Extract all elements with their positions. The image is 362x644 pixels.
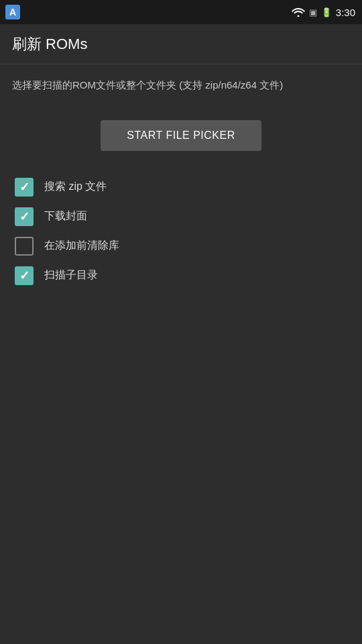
app-bar: 刷新 ROMs (0, 24, 362, 64)
checkmark-download-cover: ✓ (19, 211, 29, 223)
status-time: 3:30 (336, 7, 355, 18)
main-content: 选择要扫描的ROM文件或整个文件夹 (支持 zip/n64/z64 文件) ST… (0, 64, 362, 299)
checkbox-clear-before-add[interactable]: 在添加前清除库 (15, 237, 347, 256)
svg-point-0 (297, 15, 299, 17)
app-title: 刷新 ROMs (12, 34, 87, 54)
checkbox-search-zip-label: 搜索 zip 文件 (44, 180, 107, 194)
checkbox-download-cover-label: 下载封面 (44, 209, 87, 223)
wifi-icon (292, 7, 305, 17)
checkbox-clear-before-add-box[interactable] (15, 237, 34, 256)
status-left: A (5, 5, 20, 19)
checkbox-search-zip-box[interactable]: ✓ (15, 178, 34, 197)
start-file-picker-button[interactable]: START FILE PICKER (101, 120, 261, 151)
checkbox-search-zip[interactable]: ✓ 搜索 zip 文件 (15, 178, 347, 197)
status-bar: A ▣ 🔋 3:30 (0, 0, 362, 24)
checkmark-scan-subdirs: ✓ (19, 270, 29, 282)
app-notification-icon: A (5, 5, 20, 19)
battery-icon: 🔋 (321, 7, 332, 17)
description-text: 选择要扫描的ROM文件或整个文件夹 (支持 zip/n64/z64 文件) (12, 78, 350, 93)
signal-icon: ▣ (309, 7, 317, 17)
checkbox-list: ✓ 搜索 zip 文件 ✓ 下载封面 在添加前清除库 ✓ 扫描子目录 (12, 178, 350, 285)
checkmark-search-zip: ✓ (19, 181, 29, 193)
checkbox-clear-before-add-label: 在添加前清除库 (44, 239, 119, 253)
checkbox-scan-subdirs[interactable]: ✓ 扫描子目录 (15, 266, 347, 285)
checkbox-download-cover[interactable]: ✓ 下载封面 (15, 207, 347, 226)
status-right: ▣ 🔋 3:30 (292, 7, 355, 18)
checkbox-scan-subdirs-label: 扫描子目录 (44, 268, 98, 282)
checkbox-download-cover-box[interactable]: ✓ (15, 207, 34, 226)
checkbox-scan-subdirs-box[interactable]: ✓ (15, 266, 34, 285)
